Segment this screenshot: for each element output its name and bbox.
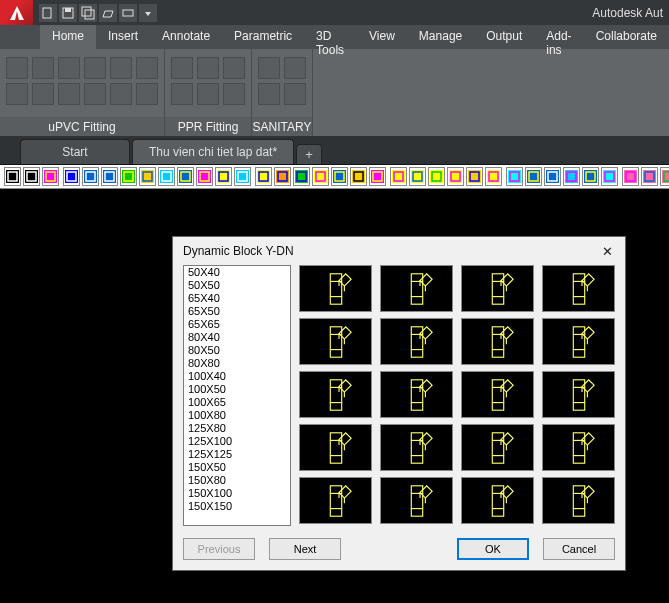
block-thumbnail[interactable]	[380, 424, 453, 471]
qat-new-icon[interactable]	[39, 4, 57, 22]
block-thumbnail[interactable]	[299, 424, 372, 471]
tool-icon[interactable]	[215, 167, 232, 186]
tool-icon[interactable]	[582, 167, 599, 186]
list-item[interactable]: 125X125	[184, 448, 290, 461]
tool-icon[interactable]	[409, 167, 426, 186]
ribbon-button[interactable]	[84, 57, 106, 79]
list-item[interactable]: 50X50	[184, 279, 290, 292]
ribbon-button[interactable]	[171, 57, 193, 79]
tool-icon[interactable]	[312, 167, 329, 186]
ribbon-button[interactable]	[197, 57, 219, 79]
block-thumbnail[interactable]	[299, 371, 372, 418]
tool-icon[interactable]	[447, 167, 464, 186]
ribbon-tab-parametric[interactable]: Parametric	[222, 25, 304, 49]
ribbon-button[interactable]	[284, 83, 306, 105]
doc-tab[interactable]: Start	[20, 139, 130, 164]
tool-icon[interactable]	[660, 167, 669, 186]
next-button[interactable]: Next	[269, 538, 341, 560]
list-item[interactable]: 50X40	[184, 266, 290, 279]
list-item[interactable]: 80X80	[184, 357, 290, 370]
add-tab-button[interactable]: +	[296, 144, 322, 164]
block-thumbnail[interactable]	[380, 318, 453, 365]
tool-icon[interactable]	[544, 167, 561, 186]
tool-icon[interactable]	[63, 167, 80, 186]
tool-icon[interactable]	[563, 167, 580, 186]
tool-icon[interactable]	[601, 167, 618, 186]
ribbon-tab-insert[interactable]: Insert	[96, 25, 150, 49]
ribbon-button[interactable]	[32, 83, 54, 105]
ribbon-button[interactable]	[197, 83, 219, 105]
close-icon[interactable]: ✕	[599, 243, 615, 259]
block-thumbnail[interactable]	[461, 371, 534, 418]
tool-icon[interactable]	[369, 167, 386, 186]
ribbon-tab-annotate[interactable]: Annotate	[150, 25, 222, 49]
ribbon-button[interactable]	[58, 57, 80, 79]
ribbon-button[interactable]	[6, 83, 28, 105]
list-item[interactable]: 150X50	[184, 461, 290, 474]
qat-save-icon[interactable]	[59, 4, 77, 22]
tool-icon[interactable]	[293, 167, 310, 186]
ribbon-button[interactable]	[136, 57, 158, 79]
list-item[interactable]: 150X150	[184, 500, 290, 513]
qat-saveall-icon[interactable]	[79, 4, 97, 22]
ribbon-tab-output[interactable]: Output	[474, 25, 534, 49]
tool-icon[interactable]	[23, 167, 40, 186]
qat-plot-icon[interactable]	[119, 4, 137, 22]
list-item[interactable]: 100X50	[184, 383, 290, 396]
tool-icon[interactable]	[177, 167, 194, 186]
block-thumbnail[interactable]	[461, 265, 534, 312]
list-item[interactable]: 100X80	[184, 409, 290, 422]
ribbon-button[interactable]	[110, 57, 132, 79]
tool-icon[interactable]	[622, 167, 639, 186]
ribbon-button[interactable]	[223, 57, 245, 79]
ribbon-tab-home[interactable]: Home	[40, 25, 96, 49]
tool-icon[interactable]	[506, 167, 523, 186]
tool-icon[interactable]	[234, 167, 251, 186]
block-thumbnail[interactable]	[542, 371, 615, 418]
list-item[interactable]: 150X100	[184, 487, 290, 500]
block-thumbnail[interactable]	[542, 477, 615, 524]
block-thumbnail[interactable]	[380, 265, 453, 312]
ribbon-tab-view[interactable]: View	[357, 25, 407, 49]
ribbon-button[interactable]	[258, 57, 280, 79]
ribbon-tab-3d-tools[interactable]: 3D Tools	[304, 25, 357, 49]
ribbon-button[interactable]	[223, 83, 245, 105]
block-thumbnail[interactable]	[299, 318, 372, 365]
list-item[interactable]: 65X50	[184, 305, 290, 318]
list-item[interactable]: 150X80	[184, 474, 290, 487]
tool-icon[interactable]	[390, 167, 407, 186]
list-item[interactable]: 125X80	[184, 422, 290, 435]
previous-button[interactable]: Previous	[183, 538, 255, 560]
block-thumbnail[interactable]	[461, 318, 534, 365]
tool-icon[interactable]	[120, 167, 137, 186]
ribbon-tab-collaborate[interactable]: Collaborate	[584, 25, 669, 49]
tool-icon[interactable]	[4, 167, 21, 186]
tool-icon[interactable]	[82, 167, 99, 186]
block-thumbnail[interactable]	[299, 265, 372, 312]
ribbon-button[interactable]	[171, 83, 193, 105]
ribbon-button[interactable]	[284, 57, 306, 79]
block-thumbnail[interactable]	[542, 265, 615, 312]
tool-icon[interactable]	[350, 167, 367, 186]
tool-icon[interactable]	[525, 167, 542, 186]
doc-tab[interactable]: Thu vien chi tiet lap dat*	[132, 139, 294, 164]
ribbon-button[interactable]	[6, 57, 28, 79]
block-thumbnail[interactable]	[299, 477, 372, 524]
tool-icon[interactable]	[42, 167, 59, 186]
block-thumbnail[interactable]	[380, 477, 453, 524]
tool-icon[interactable]	[196, 167, 213, 186]
app-logo-icon[interactable]	[0, 0, 33, 25]
tool-icon[interactable]	[466, 167, 483, 186]
ribbon-tab-add-ins[interactable]: Add-ins	[534, 25, 583, 49]
list-item[interactable]: 125X100	[184, 435, 290, 448]
ribbon-tab-manage[interactable]: Manage	[407, 25, 474, 49]
ok-button[interactable]: OK	[457, 538, 529, 560]
list-item[interactable]: 100X65	[184, 396, 290, 409]
block-thumbnail[interactable]	[542, 318, 615, 365]
tool-icon[interactable]	[428, 167, 445, 186]
qat-dropdown-icon[interactable]	[139, 4, 157, 22]
list-item[interactable]: 65X65	[184, 318, 290, 331]
size-listbox[interactable]: 50X4050X5065X4065X5065X6580X4080X5080X80…	[183, 265, 291, 526]
list-item[interactable]: 65X40	[184, 292, 290, 305]
tool-icon[interactable]	[101, 167, 118, 186]
